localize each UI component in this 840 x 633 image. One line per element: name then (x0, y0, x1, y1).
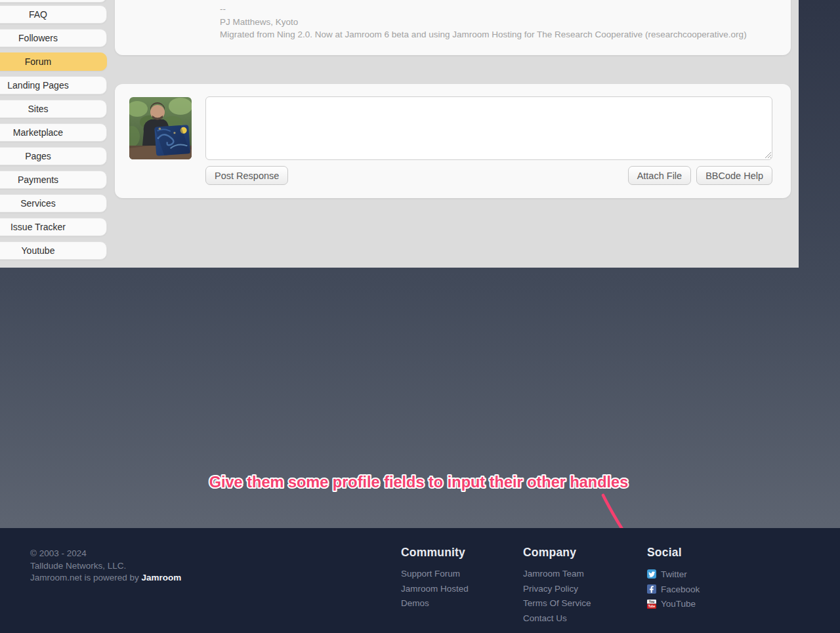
community-heading: Community (401, 546, 469, 560)
link-privacy-policy[interactable]: Privacy Policy (523, 582, 591, 597)
sidebar-item-services[interactable]: Services (0, 194, 107, 213)
bbcode-help-button[interactable]: BBCode Help (696, 166, 772, 185)
link-terms-of-service[interactable]: Terms Of Service (523, 596, 591, 611)
sidebar-item-faq[interactable]: FAQ (0, 5, 107, 24)
link-demos[interactable]: Demos (401, 596, 469, 611)
footer-copyright: © 2003 - 2024 Talldude Networks, LLC. Ja… (30, 548, 181, 584)
footer-column-social: Social Twitter Facebook You Tube YouTube (647, 546, 700, 611)
avatar-image (129, 97, 192, 159)
link-facebook[interactable]: Facebook (647, 582, 700, 597)
post-response-button[interactable]: Post Response (205, 166, 288, 185)
attach-file-button[interactable]: Attach File (628, 166, 692, 185)
footer-column-community: Community Support Forum Jamroom Hosted D… (401, 546, 469, 611)
link-contact-us[interactable]: Contact Us (523, 611, 591, 626)
reply-card: Post Response Attach File BBCode Help (115, 84, 791, 198)
link-support-forum[interactable]: Support Forum (401, 567, 469, 582)
svg-text:Give them some profile fields: Give them some profile fields to input t… (209, 474, 629, 491)
link-youtube[interactable]: You Tube YouTube (647, 596, 700, 611)
signature-dashes: -- (220, 3, 771, 16)
reply-actions: Post Response Attach File BBCode Help (205, 166, 772, 185)
powered-by: Jamroom.net is powered by Jamroom (30, 572, 181, 584)
signature-text: Migrated from Ning 2.0. Now at Jamroom 6… (220, 28, 771, 41)
social-heading: Social (647, 546, 700, 560)
sidebar-item-forum[interactable]: Forum (0, 52, 107, 71)
annotation-text: Give them some profile fields to input t… (197, 467, 643, 497)
link-twitter[interactable]: Twitter (647, 567, 700, 582)
forum-post-card: -- PJ Matthews, Kyoto Migrated from Ning… (115, 0, 791, 55)
youtube-label: YouTube (661, 599, 696, 609)
copyright-company: Talldude Networks, LLC. (30, 560, 181, 573)
sidebar-item-sites[interactable]: Sites (0, 100, 107, 118)
facebook-icon (647, 584, 656, 594)
resize-handle-icon[interactable] (765, 152, 772, 159)
footer-column-company: Company Jamroom Team Privacy Policy Term… (523, 546, 591, 626)
company-heading: Company (523, 546, 591, 560)
avatar (129, 97, 192, 159)
reply-textarea[interactable] (205, 96, 772, 160)
jamroom-brand-link[interactable]: Jamroom (142, 573, 182, 582)
sidebar-item-issue-tracker[interactable]: Issue Tracker (0, 218, 107, 236)
facebook-label: Facebook (661, 584, 700, 594)
sidebar-item-partial[interactable] (0, 0, 107, 3)
footer: © 2003 - 2024 Talldude Networks, LLC. Ja… (0, 528, 840, 633)
twitter-label: Twitter (661, 569, 687, 579)
svg-text:You: You (649, 600, 655, 603)
youtube-icon: You Tube (647, 600, 656, 609)
sidebar-item-landing-pages[interactable]: Landing Pages (0, 76, 107, 94)
powered-by-prefix: Jamroom.net is powered by (30, 573, 142, 582)
svg-text:Tube: Tube (648, 605, 656, 608)
sidebar-item-pages[interactable]: Pages (0, 147, 107, 165)
sidebar-item-youtube[interactable]: Youtube (0, 241, 107, 260)
post-signature: -- PJ Matthews, Kyoto Migrated from Ning… (115, 0, 791, 41)
spacer (293, 166, 622, 185)
sidebar-item-payments[interactable]: Payments (0, 171, 107, 189)
sidebar-item-marketplace[interactable]: Marketplace (0, 123, 107, 142)
copyright-years: © 2003 - 2024 (30, 548, 181, 560)
link-jamroom-team[interactable]: Jamroom Team (523, 567, 591, 582)
signature-name: PJ Matthews, Kyoto (220, 16, 771, 29)
twitter-icon (647, 569, 656, 579)
sidebar-item-followers[interactable]: Followers (0, 29, 107, 47)
link-jamroom-hosted[interactable]: Jamroom Hosted (401, 582, 469, 597)
main-content-area: FAQ Followers Forum Landing Pages Sites … (0, 0, 799, 268)
